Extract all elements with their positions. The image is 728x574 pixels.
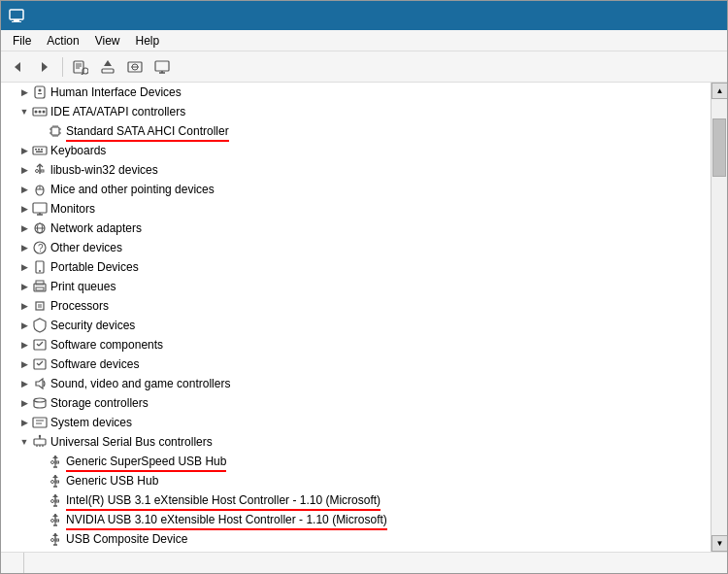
device-icon-network — [32, 220, 48, 236]
tree-label: Intel(R) USB 3.1 eXtensible Host Control… — [66, 490, 381, 510]
tree-expander[interactable]: ▼ — [17, 104, 32, 119]
tree-label: Software components — [50, 335, 163, 355]
tree-expander[interactable]: ▶ — [17, 143, 32, 158]
svg-rect-73 — [34, 439, 46, 445]
red-underline-indicator — [66, 470, 226, 472]
svg-line-66 — [37, 363, 39, 365]
tree-item-generic-usb-hub[interactable]: Generic USB Hub — [1, 471, 711, 490]
status-text — [9, 553, 24, 573]
tree-expander[interactable]: ▶ — [17, 395, 32, 411]
tree-item-sound[interactable]: ▶Sound, video and game controllers — [1, 374, 711, 393]
monitor-button[interactable] — [149, 54, 175, 80]
tree-item-print[interactable]: ▶Print queues — [1, 277, 711, 296]
tree-panel[interactable]: ▶Human Interface Devices▼IDE ATA/ATAPI c… — [1, 83, 711, 552]
vertical-scrollbar[interactable]: ▲ ▼ — [711, 83, 727, 552]
tree-expander[interactable]: ▶ — [17, 337, 32, 353]
status-bar — [1, 552, 727, 573]
device-icon-usb-hub — [32, 434, 48, 450]
tree-expander[interactable]: ▶ — [17, 201, 32, 217]
svg-point-24 — [39, 111, 42, 114]
tree-label: Universal Serial Bus controllers — [50, 432, 213, 452]
device-icon-usb-item — [48, 473, 63, 489]
tree-expander[interactable]: ▶ — [17, 162, 32, 178]
tree-expander[interactable]: ▶ — [17, 318, 32, 333]
tree-item-software-devices[interactable]: ▶Software devices — [1, 355, 711, 374]
tree-expander[interactable]: ▶ — [17, 298, 32, 314]
tree-item-monitors[interactable]: ▶Monitors — [1, 199, 711, 219]
tree-item-software-components[interactable]: ▶Software components — [1, 335, 711, 355]
properties-button[interactable] — [68, 54, 93, 80]
svg-point-42 — [36, 170, 39, 173]
svg-rect-21 — [38, 93, 42, 94]
tree-expander[interactable]: ▶ — [17, 415, 32, 430]
scan-button[interactable] — [122, 54, 148, 80]
tree-item-generic-superspeed[interactable]: Generic SuperSpeed USB Hub — [1, 452, 711, 471]
menu-action[interactable]: Action — [39, 32, 86, 50]
tree-item-network[interactable]: ▶Network adapters — [1, 219, 711, 238]
tree-item-system[interactable]: ▶System devices — [1, 413, 711, 432]
tree-label: Storage controllers — [50, 393, 149, 413]
svg-point-20 — [39, 89, 42, 92]
maximize-button[interactable] — [630, 1, 675, 30]
svg-rect-41 — [36, 152, 43, 153]
svg-rect-38 — [35, 149, 37, 151]
tree-item-human-interface[interactable]: ▶Human Interface Devices — [1, 83, 711, 102]
scroll-down-button[interactable]: ▼ — [711, 535, 727, 552]
scroll-up-button[interactable]: ▲ — [711, 83, 727, 99]
tree-item-mice[interactable]: ▶Mice and other pointing devices — [1, 180, 711, 199]
svg-marker-4 — [42, 62, 48, 72]
tree-item-nvidia-usb[interactable]: NVIDIA USB 3.10 eXtensible Host Controll… — [1, 510, 711, 529]
tree-label: System devices — [50, 413, 132, 432]
tree-expander — [32, 512, 48, 527]
tree-item-usb-composite-1[interactable]: USB Composite Device — [1, 529, 711, 549]
tree-item-security[interactable]: ▶Security devices — [1, 316, 711, 335]
forward-button[interactable] — [32, 54, 57, 80]
svg-point-91 — [51, 520, 54, 523]
tree-expander[interactable]: ▶ — [17, 84, 32, 100]
svg-rect-96 — [56, 539, 59, 541]
svg-line-63 — [37, 344, 39, 346]
tree-item-usb-controllers[interactable]: ▼Universal Serial Bus controllers — [1, 432, 711, 452]
tree-label: Monitors — [50, 199, 95, 219]
tree-expander[interactable]: ▶ — [17, 376, 32, 391]
tree-item-storage[interactable]: ▶Storage controllers — [1, 393, 711, 413]
svg-rect-70 — [33, 418, 47, 427]
scrollbar-track[interactable] — [711, 99, 727, 535]
back-button[interactable] — [5, 54, 30, 80]
minimize-button[interactable] — [585, 1, 630, 30]
title-bar — [1, 1, 727, 30]
tree-item-processors[interactable]: ▶Processors — [1, 296, 711, 316]
svg-rect-80 — [56, 461, 59, 463]
close-button[interactable] — [675, 1, 719, 30]
red-underline-indicator — [66, 140, 229, 142]
tree-item-keyboards[interactable]: ▶Keyboards — [1, 141, 711, 160]
device-icon-other: ? — [32, 240, 48, 255]
device-icon-software — [32, 356, 48, 372]
tree-item-libusb[interactable]: ▶libusb-win32 devices — [1, 160, 711, 180]
tree-item-standard-sata[interactable]: Standard SATA AHCI Controller — [1, 121, 711, 141]
svg-point-69 — [34, 398, 46, 402]
tree-expander[interactable]: ▶ — [17, 356, 32, 372]
tree-label: Other devices — [50, 238, 122, 257]
tree-item-intel-usb[interactable]: Intel(R) USB 3.1 eXtensible Host Control… — [1, 490, 711, 510]
tree-item-portable[interactable]: ▶Portable Devices — [1, 257, 711, 277]
tree-expander[interactable]: ▶ — [17, 259, 32, 275]
device-icon-security — [32, 318, 48, 333]
tree-expander[interactable]: ▶ — [17, 279, 32, 294]
tree-label: Mice and other pointing devices — [50, 180, 215, 199]
menu-file[interactable]: File — [5, 32, 39, 50]
scrollbar-thumb[interactable] — [712, 118, 726, 177]
device-icon-storage — [32, 395, 48, 411]
svg-rect-88 — [56, 500, 59, 502]
tree-item-ide-atapi[interactable]: ▼IDE ATA/ATAPI controllers — [1, 102, 711, 121]
tree-expander[interactable]: ▼ — [17, 434, 32, 450]
tree-item-other[interactable]: ▶?Other devices — [1, 238, 711, 257]
device-icon-usb-item — [48, 492, 63, 508]
tree-expander[interactable]: ▶ — [17, 240, 32, 255]
menu-view[interactable]: View — [87, 32, 128, 50]
tree-expander[interactable]: ▶ — [17, 220, 32, 236]
update-driver-button[interactable] — [95, 54, 120, 80]
device-icon-usb-item — [48, 512, 63, 527]
menu-help[interactable]: Help — [128, 32, 168, 50]
tree-expander[interactable]: ▶ — [17, 182, 32, 197]
